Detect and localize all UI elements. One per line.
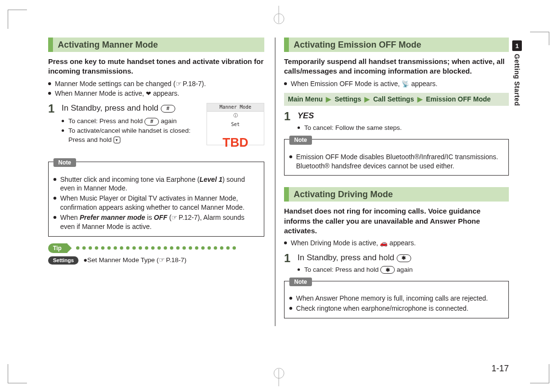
chevron-right-icon: ▶ xyxy=(326,95,331,103)
screenshot-thumbnail: Manner Mode ⓘ Set TBD xyxy=(207,103,264,145)
note-label: Note xyxy=(53,158,76,167)
crop-mark xyxy=(8,10,27,29)
list-item: Shutter click and incoming tone via Earp… xyxy=(53,175,259,193)
note-label: Note xyxy=(289,136,312,144)
list-item: Check ringtone when earphone/microphone … xyxy=(289,304,504,313)
list-item: When Answer Phone memory is full, incomi… xyxy=(289,294,504,303)
crop-mark xyxy=(530,364,549,383)
chevron-right-icon: ▶ xyxy=(417,95,423,103)
step-instruction: In Standby, press and hold # xyxy=(62,103,203,114)
chapter-number: 1 xyxy=(512,40,522,51)
page: 1 Getting Started Activating Manner Mode… xyxy=(0,0,557,392)
step: 1 In Standby, press and hold # To cancel… xyxy=(48,103,203,145)
step-number: 1 xyxy=(284,111,293,133)
note-label: Note xyxy=(289,278,312,286)
list-item: Manner Mode settings can be changed (P.1… xyxy=(48,79,264,89)
note-box: Note When Answer Phone memory is full, i… xyxy=(284,281,509,318)
list-item: When Emission OFF Mode is active, 📡 appe… xyxy=(284,79,509,89)
step: 1 YES To cancel: Follow the same steps. xyxy=(284,111,509,133)
dotted-rule xyxy=(76,246,264,250)
list-item: Emission OFF Mode disables Bluetooth®/In… xyxy=(289,152,504,171)
section-heading: Activating Emission OFF Mode xyxy=(284,38,509,52)
list-item: When Driving Mode is active, 🚗 appears. xyxy=(284,239,509,248)
thumb-tbd: TBD xyxy=(207,134,264,151)
list-item: To activate/cancel while handset is clos… xyxy=(62,126,203,144)
list-item: To cancel: Press and hold # again xyxy=(62,117,203,126)
settings-pill: Settings xyxy=(48,256,78,265)
tip-label: Tip xyxy=(48,243,67,253)
step-number: 1 xyxy=(284,253,293,275)
list-item: To cancel: Press and hold ✱ again xyxy=(298,266,509,274)
left-column: Activating Manner Mode Press one key to … xyxy=(48,38,273,345)
car-icon: 🚗 xyxy=(380,240,388,247)
thumb-title: Manner Mode xyxy=(207,103,264,112)
crop-mark xyxy=(530,32,549,45)
list-item: To cancel: Follow the same steps. xyxy=(298,124,509,132)
side-key-icon: ▾ xyxy=(114,137,120,143)
hash-key-icon: # xyxy=(161,105,175,113)
crop-mark xyxy=(8,364,27,383)
thumb-sub: Set xyxy=(207,121,264,128)
list-item: When Manner Mode is active, ❤ appears. xyxy=(48,89,264,98)
note-box: Note Emission OFF Mode disables Bluetoot… xyxy=(284,139,509,176)
section-heading: Activating Manner Mode xyxy=(48,38,264,52)
pointer-icon xyxy=(159,256,166,264)
manner-mode-icon: ❤ xyxy=(146,90,151,97)
chapter-tab: 1 Getting Started xyxy=(512,40,522,106)
page-number: 1-17 xyxy=(492,364,509,374)
pointer-icon xyxy=(176,80,183,88)
section-heading: Activating Driving Mode xyxy=(284,187,509,202)
step-instruction: YES xyxy=(298,111,314,120)
intro-bullets: Manner Mode settings can be changed (P.1… xyxy=(48,79,264,99)
list-item: When Prefer manner mode is OFF (P.12-7),… xyxy=(53,213,259,231)
intro-text: Handset does not ring for incoming calls… xyxy=(284,206,509,236)
tip-row: Tip xyxy=(48,243,264,253)
crop-mark xyxy=(278,369,279,386)
column-divider xyxy=(275,38,275,326)
crop-mark xyxy=(278,6,279,23)
tip-body: Settings ●Set Manner Mode Type (P.18-7) xyxy=(48,256,264,265)
list-item: When Music Player or Digital TV activate… xyxy=(53,194,259,212)
star-key-icon: ✱ xyxy=(380,266,395,274)
section-title: Activating Driving Mode xyxy=(294,189,393,200)
chapter-title: Getting Started xyxy=(513,54,521,106)
hash-key-icon: # xyxy=(144,118,159,126)
antenna-off-icon: 📡 xyxy=(402,80,409,88)
intro-text: Temporarily suspend all handset transmis… xyxy=(284,57,509,76)
chevron-right-icon: ▶ xyxy=(364,95,370,103)
right-column: Activating Emission OFF Mode Temporarily… xyxy=(284,38,509,345)
step-instruction: In Standby, press and hold ✱ xyxy=(298,253,509,264)
menu-path: Main Menu ▶ Settings ▶ Call Settings ▶ E… xyxy=(284,93,509,106)
accent-bar xyxy=(284,187,289,202)
accent-bar xyxy=(48,38,53,52)
accent-bar xyxy=(284,38,289,52)
intro-text: Press one key to mute handset tones and … xyxy=(48,57,264,76)
section-title: Activating Emission OFF Mode xyxy=(294,39,421,51)
step: 1 In Standby, press and hold ✱ To cancel… xyxy=(284,253,509,275)
star-key-icon: ✱ xyxy=(397,254,411,262)
section-title: Activating Manner Mode xyxy=(58,39,158,51)
step-number: 1 xyxy=(48,103,57,145)
note-box: Note Shutter click and incoming tone via… xyxy=(48,162,264,237)
